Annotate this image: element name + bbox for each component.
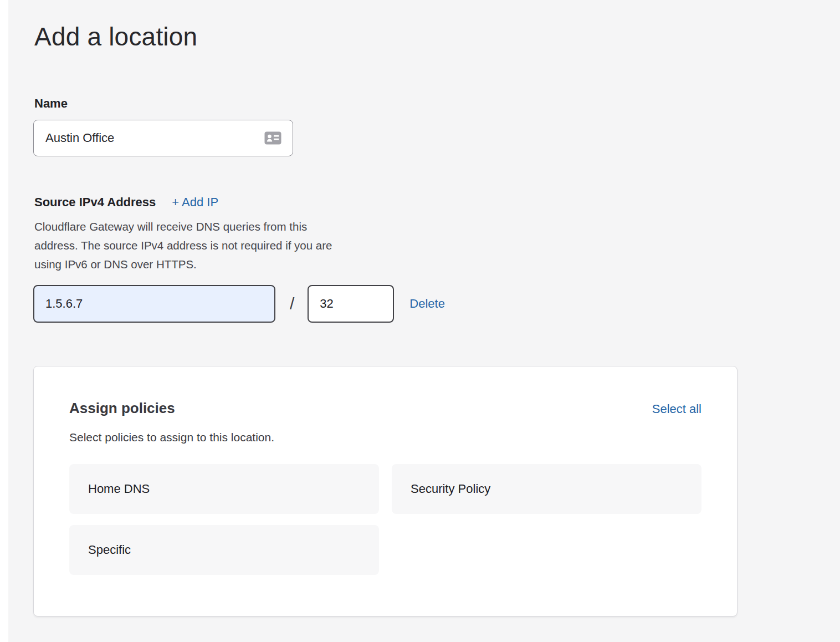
source-ip-label: Source IPv4 Address: [34, 195, 156, 210]
delete-ip-link[interactable]: Delete: [409, 297, 445, 311]
policy-option-home-dns[interactable]: Home DNS: [69, 464, 379, 514]
select-all-link[interactable]: Select all: [652, 402, 701, 416]
add-ip-link[interactable]: + Add IP: [172, 195, 218, 210]
assign-policies-subtext: Select policies to assign to this locati…: [69, 431, 701, 444]
policy-option-specific[interactable]: Specific: [69, 525, 379, 575]
add-location-form: Add a location Name Source IPv4 Address …: [0, 0, 840, 616]
assign-policies-card: Assign policies Select all Select polici…: [33, 366, 737, 616]
policy-list: Home DNS Security Policy Specific: [69, 464, 701, 575]
source-ip-input[interactable]: [33, 285, 275, 323]
location-name-field[interactable]: [33, 120, 293, 156]
page-title: Add a location: [33, 20, 840, 53]
policy-option-security-policy[interactable]: Security Policy: [392, 464, 701, 514]
assign-policies-heading: Assign policies: [69, 400, 175, 417]
cidr-separator: /: [290, 294, 294, 313]
source-ip-description: Cloudflare Gateway will receive DNS quer…: [34, 217, 353, 274]
cidr-prefix-input[interactable]: [308, 285, 394, 323]
ip-entry-row: / Delete: [33, 285, 840, 323]
left-edge-strip: [0, 0, 8, 642]
location-name-input[interactable]: [45, 131, 258, 145]
contact-card-icon: [264, 131, 281, 145]
source-ip-section: Source IPv4 Address + Add IP Cloudflare …: [33, 195, 840, 323]
name-label: Name: [33, 96, 840, 111]
